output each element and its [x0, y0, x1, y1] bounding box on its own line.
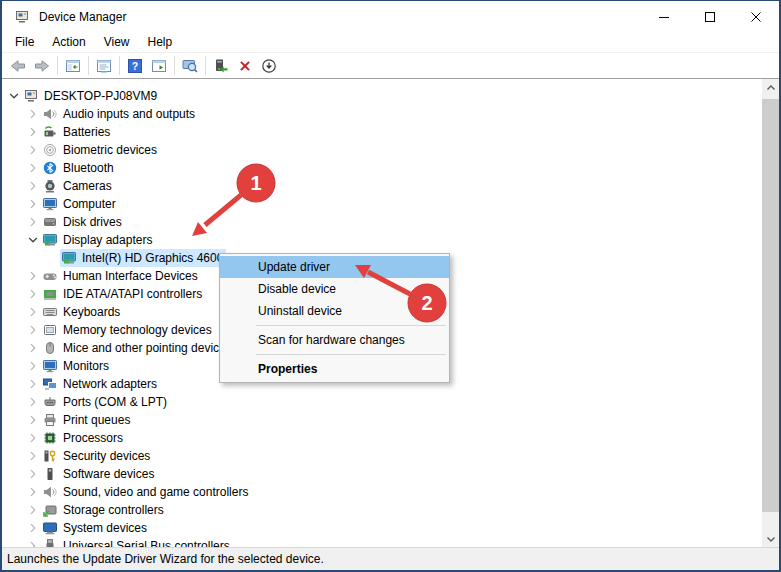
- chevron-down-icon[interactable]: [25, 232, 41, 248]
- chevron-right-icon[interactable]: [25, 268, 41, 284]
- scrollbar-thumb[interactable]: [762, 99, 779, 512]
- chevron-right-icon[interactable]: [25, 412, 41, 428]
- fingerprint-icon: [42, 142, 58, 158]
- toolbar-back-arrow-button[interactable]: [6, 54, 30, 77]
- tree-item-desktop-pj08vm9[interactable]: DESKTOP-PJ08VM9: [2, 87, 762, 105]
- tree-item-batteries[interactable]: Batteries: [2, 123, 762, 141]
- context-menu-item-properties[interactable]: Properties: [220, 358, 449, 380]
- help-icon: ?: [127, 58, 143, 74]
- scroll-up-button[interactable]: [762, 79, 779, 96]
- tree-item-label: Storage controllers: [63, 503, 164, 517]
- toolbar-properties-window-button[interactable]: [92, 54, 116, 77]
- chevron-right-icon[interactable]: [25, 196, 41, 212]
- chevron-right-icon[interactable]: [25, 394, 41, 410]
- tree-item-display-adapters[interactable]: Display adapters: [2, 231, 762, 249]
- tree-item-storage-controllers[interactable]: Storage controllers: [2, 501, 762, 519]
- tree-item-content: Storage controllers: [41, 501, 167, 519]
- minimize-button[interactable]: [641, 1, 687, 32]
- close-button[interactable]: [733, 1, 779, 32]
- display-adapter-icon: [61, 250, 77, 266]
- chevron-right-icon[interactable]: [25, 214, 41, 230]
- tree-item-cameras[interactable]: Cameras: [2, 177, 762, 195]
- chevron-right-icon[interactable]: [25, 538, 41, 547]
- chevron-right-icon[interactable]: [25, 304, 41, 320]
- tree-item-disk-drives[interactable]: Disk drives: [2, 213, 762, 231]
- context-menu-separator: [256, 354, 446, 355]
- chevron-right-icon[interactable]: [25, 178, 41, 194]
- chevron-right-icon[interactable]: [25, 430, 41, 446]
- context-menu-item-update-driver[interactable]: Update driver: [220, 256, 449, 278]
- tree-item-label: Network adapters: [63, 377, 157, 391]
- context-menu-item-scan-for-hardware-changes[interactable]: Scan for hardware changes: [220, 329, 449, 351]
- device-manager-window: Device Manager FileActionViewHelp ? DESK…: [0, 0, 781, 572]
- toolbar-action-pane-button[interactable]: [147, 54, 171, 77]
- chevron-right-icon[interactable]: [25, 358, 41, 374]
- tree-item-label: Mice and other pointing devices: [63, 341, 232, 355]
- tree-item-sound-video-and-game-controllers[interactable]: Sound, video and game controllers: [2, 483, 762, 501]
- tree-item-biometric-devices[interactable]: Biometric devices: [2, 141, 762, 159]
- chevron-down-icon[interactable]: [6, 88, 22, 104]
- toolbar-help-button[interactable]: ?: [123, 54, 147, 77]
- context-menu-item-uninstall-device[interactable]: Uninstall device: [220, 300, 449, 322]
- menu-view[interactable]: View: [95, 32, 139, 52]
- tree-item-universal-serial-bus-controllers[interactable]: Universal Serial Bus controllers: [2, 537, 762, 547]
- action-pane-icon: [151, 58, 167, 74]
- properties-window-icon: [96, 58, 112, 74]
- tree-item-audio-inputs-and-outputs[interactable]: Audio inputs and outputs: [2, 105, 762, 123]
- tree-item-software-devices[interactable]: Software devices: [2, 465, 762, 483]
- toolbar-uninstall-device-button[interactable]: [233, 54, 257, 77]
- toolbar-console-tree-button[interactable]: [61, 54, 85, 77]
- toolbar-disable-device-button[interactable]: [257, 54, 281, 77]
- menu-file[interactable]: File: [6, 32, 43, 52]
- camera-icon: [42, 178, 58, 194]
- toolbar-scan-hardware-button[interactable]: [178, 54, 202, 77]
- chevron-right-icon[interactable]: [25, 286, 41, 302]
- tree-item-label: Memory technology devices: [63, 323, 212, 337]
- tree-item-label: System devices: [63, 521, 147, 535]
- scan-hardware-icon: [182, 58, 198, 74]
- chevron-right-icon[interactable]: [25, 448, 41, 464]
- chevron-right-icon[interactable]: [25, 340, 41, 356]
- chevron-right-icon[interactable]: [25, 376, 41, 392]
- speaker-icon: [42, 484, 58, 500]
- tree-item-bluetooth[interactable]: Bluetooth: [2, 159, 762, 177]
- chevron-right-icon[interactable]: [25, 502, 41, 518]
- status-bar: Launches the Update Driver Wizard for th…: [2, 547, 779, 570]
- context-menu-item-disable-device[interactable]: Disable device: [220, 278, 449, 300]
- vertical-scrollbar[interactable]: [762, 79, 779, 547]
- chevron-right-icon[interactable]: [25, 466, 41, 482]
- tree-item-processors[interactable]: Processors: [2, 429, 762, 447]
- chevron-right-icon[interactable]: [25, 160, 41, 176]
- chevron-right-icon[interactable]: [25, 106, 41, 122]
- chevron-right-icon[interactable]: [25, 322, 41, 338]
- processor-icon: [42, 430, 58, 446]
- tree-item-ports-com-lpt[interactable]: Ports (COM & LPT): [2, 393, 762, 411]
- tree-item-label: Software devices: [63, 467, 154, 481]
- chevron-right-icon[interactable]: [25, 142, 41, 158]
- toolbar-update-driver-button[interactable]: [209, 54, 233, 77]
- toolbar-forward-arrow-button[interactable]: [30, 54, 54, 77]
- tree-item-system-devices[interactable]: System devices: [2, 519, 762, 537]
- chevron-right-icon[interactable]: [25, 124, 41, 140]
- software-icon: [42, 466, 58, 482]
- toolbar-separator: [205, 56, 206, 75]
- tree-item-print-queues[interactable]: Print queues: [2, 411, 762, 429]
- tree-item-label: Keyboards: [63, 305, 120, 319]
- tree-item-label: Bluetooth: [63, 161, 114, 175]
- window-controls: [641, 1, 779, 32]
- port-icon: [42, 394, 58, 410]
- scroll-down-button[interactable]: [762, 530, 779, 547]
- tree-item-content: Batteries: [41, 123, 113, 141]
- printer-icon: [42, 412, 58, 428]
- menu-action[interactable]: Action: [43, 32, 94, 52]
- chevron-right-icon[interactable]: [25, 484, 41, 500]
- forward-arrow-icon: [34, 58, 50, 74]
- chevron-right-icon[interactable]: [25, 520, 41, 536]
- maximize-icon: [702, 9, 718, 25]
- tree-item-label: Processors: [63, 431, 123, 445]
- maximize-button[interactable]: [687, 1, 733, 32]
- tree-item-security-devices[interactable]: Security devices: [2, 447, 762, 465]
- title-bar[interactable]: Device Manager: [2, 1, 779, 32]
- menu-help[interactable]: Help: [139, 32, 182, 52]
- tree-item-computer[interactable]: Computer: [2, 195, 762, 213]
